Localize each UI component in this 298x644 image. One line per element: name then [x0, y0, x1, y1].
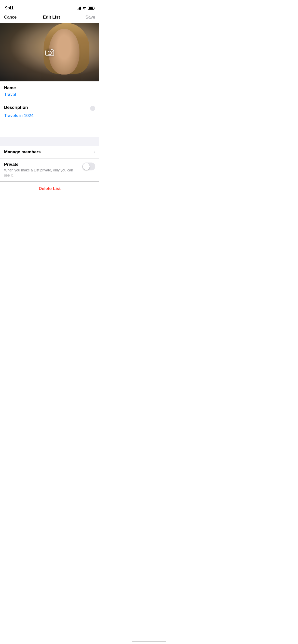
private-row: Private When you make a List private, on… — [4, 162, 95, 178]
cancel-button[interactable]: Cancel — [4, 15, 18, 20]
wifi-icon — [82, 6, 86, 10]
description-section: Description Travels in 1024 — [0, 101, 99, 137]
cover-image[interactable] — [0, 23, 99, 81]
description-spacer — [4, 122, 95, 137]
private-text-col: Private When you make a List private, on… — [4, 162, 79, 178]
description-toggle[interactable] — [90, 106, 95, 111]
private-label: Private — [4, 162, 79, 167]
change-photo-button[interactable] — [43, 46, 56, 58]
description-value[interactable]: Travels in 1024 — [4, 113, 95, 122]
status-icons — [77, 6, 94, 10]
delete-list-label: Delete List — [39, 186, 61, 191]
bottom-area — [0, 196, 99, 215]
manage-members-label: Manage members — [4, 150, 41, 155]
description-label-row: Description — [4, 105, 95, 112]
status-bar: 9:41 — [0, 0, 99, 13]
chevron-right-icon: › — [94, 150, 95, 155]
save-button[interactable]: Save — [85, 15, 95, 20]
battery-icon — [88, 7, 94, 10]
name-value[interactable]: Travel — [4, 92, 95, 101]
private-section: Private When you make a List private, on… — [0, 158, 99, 181]
name-label: Name — [4, 85, 95, 91]
svg-point-2 — [52, 51, 53, 52]
section-gap — [0, 137, 99, 146]
svg-point-1 — [48, 51, 51, 55]
toggle-knob — [83, 163, 90, 170]
page-title: Edit List — [43, 15, 60, 20]
manage-members-row[interactable]: Manage members › — [0, 146, 99, 158]
private-description: When you make a List private, only you c… — [4, 168, 79, 178]
private-toggle[interactable] — [82, 163, 95, 170]
signal-bars-icon — [77, 7, 81, 10]
delete-list-row[interactable]: Delete List — [0, 182, 99, 196]
status-time: 9:41 — [5, 6, 13, 11]
camera-sparkle-icon — [44, 47, 55, 58]
nav-bar: Cancel Edit List Save — [0, 13, 99, 23]
name-section: Name Travel — [0, 81, 99, 101]
description-label: Description — [4, 105, 28, 110]
